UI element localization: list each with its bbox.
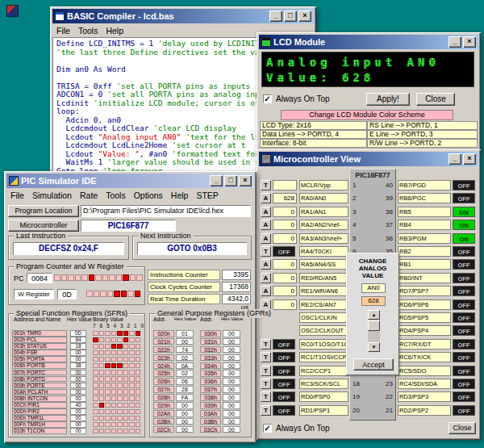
bit-square[interactable] (123, 350, 129, 356)
bit-square[interactable] (107, 291, 114, 297)
bit-square[interactable] (111, 331, 117, 337)
bit-square[interactable] (105, 331, 111, 337)
analog-set-button[interactable]: A (261, 220, 271, 230)
bit-square[interactable] (114, 291, 120, 297)
menu-options[interactable]: Options (130, 190, 167, 201)
bit-square[interactable] (136, 416, 141, 421)
bit-square[interactable] (89, 274, 95, 281)
bit-square[interactable] (111, 357, 117, 362)
bit-square[interactable] (99, 376, 105, 382)
bit-square[interactable] (93, 396, 98, 401)
bit-square[interactable] (129, 357, 135, 362)
menu-file[interactable]: File (6, 190, 28, 201)
desktop-icon[interactable] (6, 5, 19, 17)
bit-square[interactable] (109, 274, 115, 281)
change-color-scheme-button[interactable]: Change LCD Module Color Scheme (281, 110, 453, 120)
bit-square[interactable] (129, 429, 135, 434)
bit-square[interactable] (111, 422, 117, 428)
bit-square[interactable] (136, 396, 141, 401)
bit-square[interactable] (117, 403, 123, 408)
bit-square[interactable] (136, 376, 141, 382)
bit-square[interactable] (93, 389, 98, 395)
bit-square[interactable] (99, 331, 105, 337)
menu-step[interactable]: STEP (192, 190, 222, 201)
bit-square[interactable] (68, 274, 74, 281)
bit-square[interactable] (99, 416, 105, 421)
bit-square[interactable] (129, 383, 135, 388)
bit-square[interactable] (99, 363, 105, 369)
bit-square[interactable] (105, 403, 111, 408)
bit-square[interactable] (129, 396, 135, 401)
bit-square[interactable] (111, 376, 117, 382)
bit-square[interactable] (136, 409, 141, 415)
toggle-pin-button[interactable]: T (261, 246, 271, 257)
bit-square[interactable] (136, 429, 141, 434)
maximize-button[interactable]: □ (284, 10, 297, 22)
minimize-button[interactable]: _ (449, 36, 461, 48)
bit-square[interactable] (117, 350, 123, 356)
bit-square[interactable] (93, 363, 98, 369)
bit-square[interactable] (136, 331, 141, 337)
always-on-top-checkbox[interactable]: ✓ (263, 424, 272, 433)
bit-square[interactable] (136, 403, 141, 408)
minimize-button[interactable]: _ (210, 175, 223, 186)
scrollbar-thumb[interactable] (368, 320, 380, 331)
bit-square[interactable] (99, 337, 105, 343)
bit-square[interactable] (93, 383, 98, 388)
apply-button[interactable]: Apply! (366, 93, 410, 106)
bit-square[interactable] (105, 344, 111, 350)
bit-square[interactable] (123, 403, 129, 408)
analog-set-button[interactable]: A (261, 233, 271, 244)
bit-square[interactable] (123, 429, 129, 434)
bit-square[interactable] (54, 274, 60, 281)
analog-set-button[interactable]: A (261, 193, 271, 203)
bit-square[interactable] (111, 370, 117, 375)
bit-square[interactable] (117, 376, 123, 382)
analog-set-button[interactable]: A (261, 273, 271, 283)
minimize-button[interactable]: _ (449, 153, 461, 165)
menu-help[interactable]: Help (167, 190, 193, 201)
bit-square[interactable] (129, 331, 135, 337)
bit-square[interactable] (93, 331, 98, 337)
bit-square[interactable] (111, 389, 117, 395)
bit-square[interactable] (123, 396, 129, 401)
accept-button[interactable]: Accept (353, 358, 394, 371)
bit-square[interactable] (105, 363, 111, 369)
toggle-pin-button[interactable]: T (261, 339, 271, 350)
bit-square[interactable] (123, 389, 129, 395)
menu-help[interactable]: Help (102, 25, 127, 36)
bit-square[interactable] (136, 337, 141, 343)
bit-square[interactable] (105, 350, 111, 356)
bit-square[interactable] (117, 429, 123, 434)
bit-square[interactable] (111, 383, 117, 388)
bit-square[interactable] (117, 357, 123, 362)
bit-square[interactable] (136, 370, 141, 375)
bit-square[interactable] (123, 357, 129, 362)
bit-square[interactable] (100, 291, 106, 297)
bit-square[interactable] (111, 344, 117, 350)
bit-square[interactable] (99, 383, 105, 388)
toggle-pin-button[interactable]: T (261, 366, 271, 376)
analog-value-scrollbar[interactable]: ▲ ▼ (368, 310, 380, 352)
bit-square[interactable] (111, 429, 117, 434)
bit-square[interactable] (129, 363, 135, 369)
analog-set-button[interactable]: A (261, 207, 271, 217)
bit-square[interactable] (105, 357, 111, 362)
bit-square[interactable] (136, 344, 141, 350)
bit-square[interactable] (117, 409, 123, 415)
bit-square[interactable] (117, 370, 123, 375)
bit-square[interactable] (99, 350, 105, 356)
bit-square[interactable] (123, 331, 129, 337)
menu-tools[interactable]: Tools (102, 190, 130, 201)
bit-square[interactable] (123, 376, 129, 382)
bit-square[interactable] (117, 416, 123, 421)
bit-square[interactable] (93, 337, 98, 343)
bit-square[interactable] (111, 409, 117, 415)
pic-simulator-ide-titlebar[interactable]: PIC Simulator IDE _□× (6, 174, 254, 188)
bit-square[interactable] (105, 383, 111, 388)
bit-square[interactable] (123, 337, 129, 343)
close-button[interactable]: × (463, 153, 476, 165)
bit-square[interactable] (129, 344, 135, 350)
bit-square[interactable] (117, 344, 123, 350)
toggle-pin-button[interactable]: T (261, 379, 271, 389)
